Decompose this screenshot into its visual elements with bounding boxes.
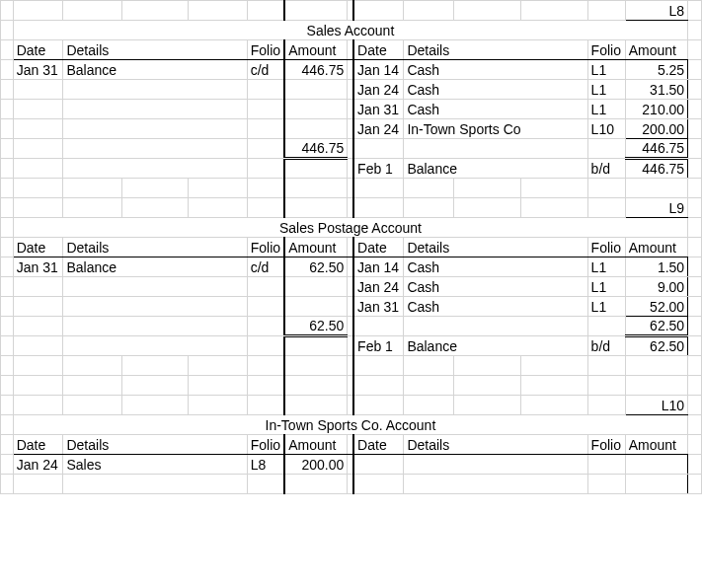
page-code-l8: L8 — [625, 1, 687, 21]
table-row — [1, 475, 702, 494]
col-folio-r: Folio — [587, 40, 625, 60]
cell-folio: c/d — [247, 60, 284, 80]
cell-date: Jan 31 — [353, 100, 404, 119]
col-details-l: Details — [63, 40, 247, 60]
table-row: Date Details Folio Amount Date Details F… — [1, 435, 702, 455]
table-row — [1, 356, 702, 376]
col-date-l: Date — [13, 40, 63, 60]
col-folio-l: Folio — [247, 40, 284, 60]
table-row — [1, 376, 702, 396]
cell-details: In-Town Sports Co — [404, 119, 587, 139]
table-row: Jan 24 Sales L8 200.00 — [1, 455, 702, 475]
table-row: L9 — [1, 198, 702, 218]
table-row: Jan 24 Cash L1 9.00 — [1, 277, 702, 297]
cell-folio: L1 — [587, 100, 625, 119]
account-title-sales: Sales Account — [13, 21, 687, 40]
cell-details: Balance — [404, 159, 587, 179]
table-row: Jan 24 Cash L1 31.50 — [1, 80, 702, 100]
cell-date: Jan 14 — [353, 60, 404, 80]
spreadsheet: L8 Sales Account Date Details Folio Amou… — [0, 0, 702, 494]
table-row: Jan 31 Cash L1 210.00 — [1, 100, 702, 119]
cell-folio: L1 — [587, 80, 625, 100]
table-row: L10 — [1, 396, 702, 415]
table-row: Date Details Folio Amount Date Details F… — [1, 40, 702, 60]
col-date-r: Date — [353, 40, 404, 60]
cell-details: Cash — [404, 60, 587, 80]
table-row: Jan 31 Balance c/d 446.75 Jan 14 Cash L1… — [1, 60, 702, 80]
cell-amount: 200.00 — [625, 119, 687, 139]
cell-amount: 446.75 — [284, 60, 347, 80]
table-row: Feb 1 Balance b/d 62.50 — [1, 336, 702, 356]
cell-amount: 210.00 — [625, 100, 687, 119]
table-row: L8 — [1, 1, 702, 21]
cell-total: 446.75 — [625, 139, 687, 159]
table-row: Date Details Folio Amount Date Details F… — [1, 238, 702, 257]
cell-details: Balance — [63, 60, 247, 80]
account-title-intown: In-Town Sports Co. Account — [13, 415, 687, 435]
cell-folio: b/d — [587, 159, 625, 179]
table-row: Jan 24 In-Town Sports Co L10 200.00 — [1, 119, 702, 139]
page-code-l9: L9 — [625, 198, 687, 218]
table-row: 62.50 62.50 — [1, 317, 702, 336]
cell-folio: L1 — [587, 60, 625, 80]
table-row: Feb 1 Balance b/d 446.75 — [1, 159, 702, 179]
table-row: Jan 31 Balance c/d 62.50 Jan 14 Cash L1 … — [1, 257, 702, 277]
table-row: In-Town Sports Co. Account — [1, 415, 702, 435]
cell-date: Jan 24 — [353, 119, 404, 139]
cell-details: Cash — [404, 80, 587, 100]
cell-amount: 446.75 — [625, 159, 687, 179]
table-row — [1, 179, 702, 198]
table-row: Jan 31 Cash L1 52.00 — [1, 297, 702, 317]
cell-date: Feb 1 — [353, 159, 404, 179]
col-details-r: Details — [404, 40, 587, 60]
cell-details: Cash — [404, 100, 587, 119]
cell-date: Jan 31 — [13, 60, 63, 80]
cell-amount: 5.25 — [625, 60, 687, 80]
table-row: 446.75 446.75 — [1, 139, 702, 159]
col-amount-r: Amount — [625, 40, 687, 60]
table-row: Sales Account — [1, 21, 702, 40]
cell-date: Jan 24 — [353, 80, 404, 100]
account-title-postage: Sales Postage Account — [13, 218, 687, 238]
page-code-l10: L10 — [625, 396, 687, 415]
cell-total: 446.75 — [284, 139, 347, 159]
col-amount-l: Amount — [284, 40, 347, 60]
cell-folio: L10 — [587, 119, 625, 139]
cell-amount: 31.50 — [625, 80, 687, 100]
table-row: Sales Postage Account — [1, 218, 702, 238]
